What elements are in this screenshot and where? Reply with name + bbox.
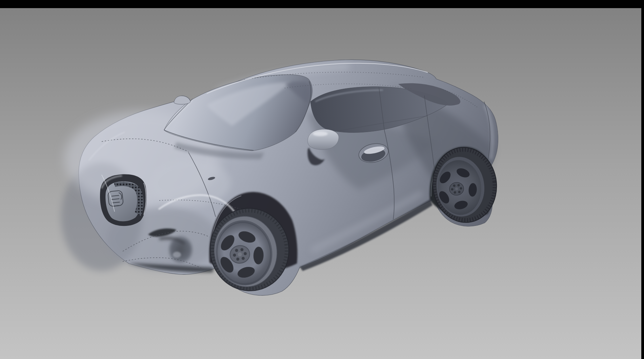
right-letterbox-bar	[641, 0, 644, 359]
cad-viewport[interactable]	[0, 8, 641, 359]
top-letterbox-bar	[0, 0, 644, 8]
application-window	[0, 0, 644, 359]
